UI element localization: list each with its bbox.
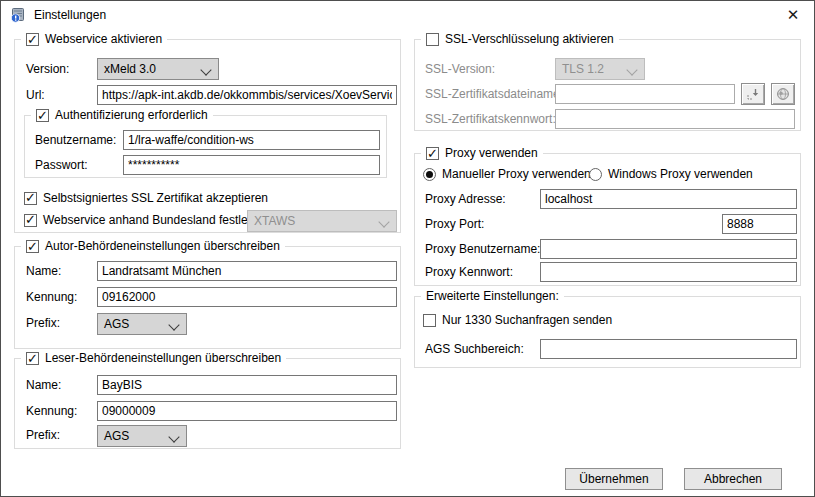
url-label: Url: bbox=[26, 85, 45, 105]
leser-group-label: Leser-Behördeneinstellungen überschreibe… bbox=[45, 349, 281, 367]
leser-group: Leser-Behördeneinstellungen überschreibe… bbox=[14, 358, 401, 449]
ags-suchbereich-input[interactable] bbox=[540, 339, 797, 359]
ssl-group: SSL-Verschlüsselung aktivieren SSL-Versi… bbox=[414, 39, 801, 131]
leser-prefix-value: AGS bbox=[104, 429, 129, 443]
apply-button[interactable]: Übernehmen bbox=[565, 468, 663, 490]
proxy-group-caption: Proxy verwenden bbox=[421, 144, 543, 162]
bundesland-label: Webservice anhand Bundesland festlegen bbox=[43, 213, 268, 227]
windows-proxy-row: Windows Proxy verwenden bbox=[589, 167, 753, 181]
username-input[interactable] bbox=[123, 130, 380, 150]
proxy-username-label: Proxy Benutzername: bbox=[425, 239, 540, 259]
version-select-value: xMeld 3.0 bbox=[104, 62, 156, 76]
ssl-certfile-label: SSL-Zertifikatsdateiname: bbox=[425, 84, 563, 104]
autor-prefix-label: Prefix: bbox=[26, 313, 60, 333]
auth-group-label: Authentifizierung erforderlich bbox=[55, 106, 208, 124]
ssl-group-label: SSL-Verschlüsselung aktivieren bbox=[445, 30, 614, 48]
ssl-certpass-label: SSL-Zertifikatskennwort: bbox=[425, 109, 556, 129]
url-input[interactable] bbox=[97, 85, 397, 105]
windows-proxy-label: Windows Proxy verwenden bbox=[608, 167, 753, 181]
manual-proxy-row: Manueller Proxy verwenden bbox=[423, 167, 591, 181]
auth-checkbox[interactable] bbox=[36, 109, 49, 122]
certificate-store-button[interactable] bbox=[771, 83, 795, 105]
proxy-password-input[interactable] bbox=[540, 262, 797, 282]
leser-checkbox[interactable] bbox=[26, 352, 39, 365]
settings-dialog: Einstellungen ✕ Webservice aktivieren Ve… bbox=[0, 0, 815, 497]
autor-name-label: Name: bbox=[26, 261, 61, 281]
advanced-group-caption: Erweiterte Einstellungen: bbox=[421, 287, 564, 305]
advanced-group-label: Erweiterte Einstellungen: bbox=[426, 287, 559, 305]
ssl-certfile-input[interactable] bbox=[555, 84, 735, 104]
certificate-globe-icon bbox=[776, 87, 790, 101]
auth-group-caption: Authentifizierung erforderlich bbox=[31, 106, 213, 124]
only1330-label: Nur 1330 Suchanfragen senden bbox=[442, 313, 612, 327]
manual-proxy-label: Manueller Proxy verwenden bbox=[442, 167, 591, 181]
ssl-version-value: TLS 1.2 bbox=[562, 62, 604, 76]
leser-kennung-label: Kennung: bbox=[26, 401, 77, 421]
chevron-down-icon bbox=[168, 431, 179, 442]
selfsigned-checkbox[interactable] bbox=[24, 192, 37, 205]
ssl-group-caption: SSL-Verschlüsselung aktivieren bbox=[421, 30, 619, 48]
only1330-row: Nur 1330 Suchanfragen senden bbox=[423, 313, 612, 327]
selfsigned-row: Selbstsigniertes SSL Zertifikat akzeptie… bbox=[24, 191, 268, 205]
ags-suchbereich-label: AGS Suchbereich: bbox=[425, 339, 524, 359]
windows-proxy-radio[interactable] bbox=[589, 168, 602, 181]
webservice-group-label: Webservice aktivieren bbox=[45, 30, 162, 48]
autor-group: Autor-Behördeneinstellungen überschreibe… bbox=[14, 246, 401, 349]
leser-group-caption: Leser-Behördeneinstellungen überschreibe… bbox=[21, 349, 286, 367]
autor-prefix-select[interactable]: AGS bbox=[97, 313, 187, 335]
version-label: Version: bbox=[26, 59, 69, 79]
leser-name-input[interactable] bbox=[97, 375, 397, 395]
bundesland-checkbox[interactable] bbox=[24, 214, 37, 227]
autor-group-caption: Autor-Behördeneinstellungen überschreibe… bbox=[21, 237, 285, 255]
chevron-down-icon bbox=[168, 319, 179, 330]
proxy-username-input[interactable] bbox=[540, 239, 797, 259]
chevron-down-icon bbox=[378, 216, 389, 227]
autor-kennung-label: Kennung: bbox=[26, 287, 77, 307]
version-select[interactable]: xMeld 3.0 bbox=[97, 58, 219, 80]
ssl-checkbox[interactable] bbox=[426, 33, 439, 46]
webservice-group: Webservice aktivieren Version: xMeld 3.0… bbox=[14, 39, 401, 233]
username-label: Benutzername: bbox=[35, 130, 116, 150]
autor-name-input[interactable] bbox=[97, 261, 397, 281]
selfsigned-label: Selbstsigniertes SSL Zertifikat akzeptie… bbox=[43, 191, 268, 205]
close-icon[interactable]: ✕ bbox=[776, 1, 810, 29]
bundesland-select-value: XTAWS bbox=[254, 214, 295, 228]
autor-group-label: Autor-Behördeneinstellungen überschreibe… bbox=[45, 237, 280, 255]
webservice-checkbox[interactable] bbox=[26, 33, 39, 46]
bundesland-select[interactable]: XTAWS bbox=[247, 210, 397, 232]
proxy-port-input[interactable] bbox=[722, 214, 797, 234]
autor-checkbox[interactable] bbox=[26, 240, 39, 253]
proxy-checkbox[interactable] bbox=[426, 147, 439, 160]
ssl-version-label: SSL-Version: bbox=[425, 59, 495, 79]
proxy-password-label: Proxy Kennwort: bbox=[425, 262, 513, 282]
browse-certificate-button[interactable] bbox=[741, 83, 765, 105]
proxy-address-label: Proxy Adresse: bbox=[425, 189, 506, 209]
chevron-down-icon bbox=[626, 64, 637, 75]
window-title: Einstellungen bbox=[34, 8, 106, 22]
cancel-button[interactable]: Abbrechen bbox=[684, 468, 782, 490]
title-bar[interactable]: Einstellungen bbox=[1, 1, 814, 29]
password-label: Passwort: bbox=[35, 155, 88, 175]
autor-kennung-input[interactable] bbox=[97, 287, 397, 307]
only1330-checkbox[interactable] bbox=[423, 314, 436, 327]
proxy-group: Proxy verwenden Manueller Proxy verwende… bbox=[414, 153, 801, 286]
proxy-port-label: Proxy Port: bbox=[425, 214, 484, 234]
password-input[interactable] bbox=[123, 155, 380, 175]
leser-name-label: Name: bbox=[26, 375, 61, 395]
ssl-version-select[interactable]: TLS 1.2 bbox=[555, 58, 645, 80]
manual-proxy-radio[interactable] bbox=[423, 168, 436, 181]
bundesland-row: Webservice anhand Bundesland festlegen bbox=[24, 213, 268, 227]
leser-prefix-label: Prefix: bbox=[26, 425, 60, 445]
chevron-down-icon bbox=[200, 64, 211, 75]
proxy-group-label: Proxy verwenden bbox=[445, 144, 538, 162]
leser-prefix-select[interactable]: AGS bbox=[97, 425, 187, 447]
leser-kennung-input[interactable] bbox=[97, 401, 397, 421]
app-icon bbox=[10, 7, 26, 23]
proxy-address-input[interactable] bbox=[540, 189, 797, 209]
webservice-group-caption: Webservice aktivieren bbox=[21, 30, 167, 48]
browse-file-icon bbox=[746, 87, 760, 101]
ssl-certpass-input[interactable] bbox=[555, 109, 795, 129]
advanced-group: Erweiterte Einstellungen: Nur 1330 Sucha… bbox=[414, 296, 801, 368]
autor-prefix-value: AGS bbox=[104, 317, 129, 331]
auth-group: Authentifizierung erforderlich Benutzern… bbox=[24, 115, 387, 178]
